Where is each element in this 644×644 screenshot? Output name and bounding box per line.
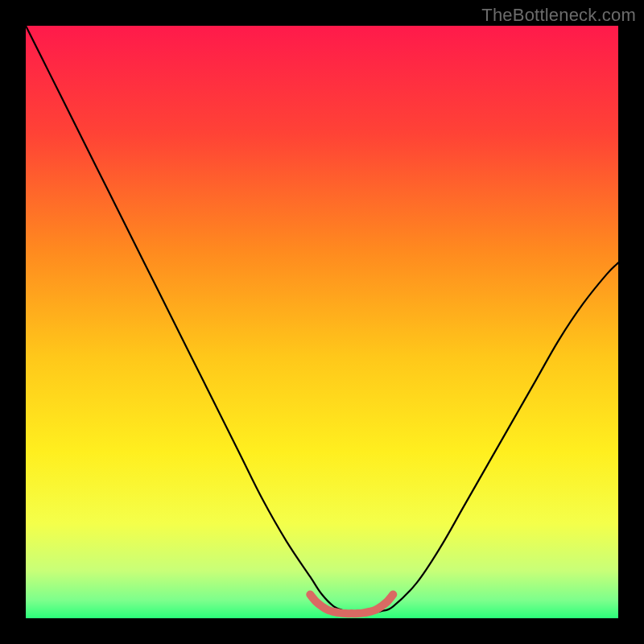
chart-frame: TheBottleneck.com xyxy=(0,0,644,644)
curve-layer xyxy=(26,26,618,618)
series-bottleneck-curve xyxy=(26,26,618,614)
watermark-text: TheBottleneck.com xyxy=(481,5,636,26)
plot-area xyxy=(26,26,618,618)
svg-rect-0 xyxy=(26,26,618,618)
background-gradient xyxy=(26,26,618,618)
series-optimal-region-marker xyxy=(310,595,393,614)
